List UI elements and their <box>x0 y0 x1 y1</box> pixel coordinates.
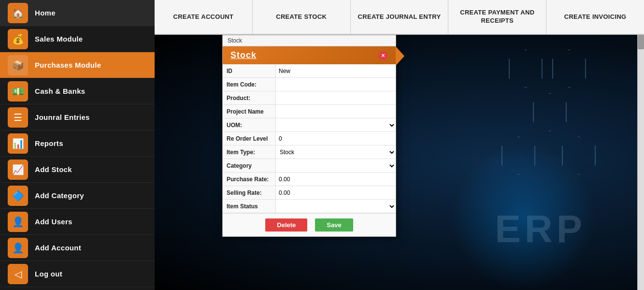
field-reorder-input[interactable] <box>276 134 396 144</box>
field-sellingrate-input[interactable] <box>276 188 396 198</box>
create-account-button[interactable]: CREATE ACCOUNT <box>155 0 253 34</box>
sidebar-label-purchases: Purchases Module <box>35 61 101 69</box>
sidebar: 🏠 Home 💰 Sales Module 📦 Purchases Module… <box>0 0 155 290</box>
field-category-select[interactable] <box>276 161 396 171</box>
sidebar-item-journal[interactable]: ☰ Jounral Entries <box>0 104 155 130</box>
sidebar-item-home[interactable]: 🏠 Home <box>0 0 155 26</box>
field-uom-row: UOM: <box>223 118 396 132</box>
field-category-row: Category <box>223 159 396 173</box>
logout-icon: ◁ <box>8 264 28 284</box>
content-area: ERP Stock Stock × ID Item Code: <box>155 35 644 290</box>
field-itemcode-label: Item Code: <box>223 78 276 91</box>
field-id-label: ID <box>223 64 276 77</box>
field-reorder-row: Re Order Level <box>223 132 396 145</box>
sidebar-label-logout: Log out <box>35 270 62 278</box>
create-stock-button[interactable]: CREATE STOCK <box>253 0 351 34</box>
field-purchaserate-input[interactable] <box>276 174 396 184</box>
field-category-label: Category <box>223 159 276 172</box>
field-uom-label: UOM: <box>223 118 276 131</box>
save-button[interactable]: Save <box>315 218 353 232</box>
scrollbar-thumb[interactable] <box>638 35 644 49</box>
popup-window-title: Stock <box>228 37 242 44</box>
sidebar-label-addstock: Add Stock <box>35 165 72 174</box>
home-icon: 🏠 <box>8 3 28 23</box>
cash-icon: 💵 <box>8 81 28 102</box>
field-itemcode-row: Item Code: <box>223 78 396 91</box>
popup-close-button[interactable]: × <box>378 51 388 60</box>
popup-footer: Delete Save <box>223 213 396 236</box>
field-itemstatus-row: Item Status <box>223 200 396 213</box>
reports-icon: 📊 <box>8 133 28 154</box>
field-itemcode-input[interactable] <box>276 80 396 89</box>
sidebar-label-cash: Cash & Banks <box>35 87 85 95</box>
sidebar-label-sales: Sales Module <box>35 35 83 43</box>
field-projectname-row: Project Name <box>223 105 396 118</box>
stock-popup: Stock Stock × ID Item Code: Product: <box>222 35 396 237</box>
field-product-row: Product: <box>223 91 396 105</box>
addcategory-icon: 🔷 <box>8 186 28 206</box>
sidebar-label-addcategory: Add Category <box>35 191 84 200</box>
field-projectname-input[interactable] <box>276 107 396 116</box>
delete-button[interactable]: Delete <box>265 218 307 232</box>
popup-header-title: Stock <box>230 50 257 60</box>
sidebar-label-journal: Jounral Entries <box>35 113 90 121</box>
addusers-icon: 👤 <box>8 212 28 232</box>
field-product-label: Product: <box>223 91 276 104</box>
hex-decorations <box>460 44 615 199</box>
create-journal-button[interactable]: CREATE JOURNAL ENTRY <box>351 0 449 34</box>
sidebar-label-addaccount: Add Account <box>35 244 81 252</box>
erp-background-text: ERP <box>495 207 587 251</box>
addaccount-icon: 👤 <box>8 238 28 258</box>
field-purchaserate-label: Purchase Rate: <box>223 173 276 186</box>
sidebar-item-cash[interactable]: 💵 Cash & Banks <box>0 78 155 104</box>
sidebar-item-purchases[interactable]: 📦 Purchases Module <box>0 52 155 78</box>
sidebar-item-addaccount[interactable]: 👤 Add Account <box>0 235 155 261</box>
field-product-input[interactable] <box>276 93 396 103</box>
field-id-row: ID <box>223 64 396 78</box>
field-id-input[interactable] <box>276 66 396 76</box>
field-uom-select[interactable] <box>276 120 396 130</box>
sidebar-item-addstock[interactable]: 📈 Add Stock <box>0 157 155 183</box>
sidebar-label-home: Home <box>35 9 56 17</box>
field-projectname-label: Project Name <box>223 105 276 118</box>
create-invoicing-button[interactable]: CREATE INVOICING <box>546 0 644 34</box>
field-purchaserate-row: Purchase Rate: <box>223 173 396 186</box>
field-itemstatus-label: Item Status <box>223 200 276 213</box>
field-sellingrate-label: Selling Rate: <box>223 186 276 199</box>
sidebar-item-addcategory[interactable]: 🔷 Add Category <box>0 183 155 209</box>
sidebar-item-sales[interactable]: 💰 Sales Module <box>0 26 155 52</box>
journal-icon: ☰ <box>8 107 28 128</box>
field-itemtype-label: Item Type: <box>223 145 276 159</box>
addstock-icon: 📈 <box>8 160 28 180</box>
sidebar-item-addusers[interactable]: 👤 Add Users <box>0 209 155 235</box>
popup-title-bar: Stock <box>223 35 396 46</box>
field-itemstatus-select[interactable] <box>276 202 396 211</box>
field-sellingrate-row: Selling Rate: <box>223 186 396 200</box>
sales-icon: 💰 <box>8 29 28 49</box>
field-reorder-label: Re Order Level <box>223 132 276 145</box>
field-itemtype-select[interactable]: Stock <box>276 147 396 157</box>
popup-form: ID Item Code: Product: Project Name UOM: <box>223 64 396 213</box>
popup-header: Stock × <box>223 46 396 64</box>
top-navigation: CREATE ACCOUNT CREATE STOCK CREATE JOURN… <box>155 0 644 35</box>
main-content: CREATE ACCOUNT CREATE STOCK CREATE JOURN… <box>155 0 644 290</box>
create-payment-button[interactable]: CREATE PAYMENT AND RECEIPTS <box>448 0 546 34</box>
scrollbar[interactable] <box>637 35 644 290</box>
sidebar-item-logout[interactable]: ◁ Log out <box>0 261 155 287</box>
sidebar-item-reports[interactable]: 📊 Reports <box>0 130 155 157</box>
field-itemtype-row: Item Type: Stock <box>223 145 396 159</box>
purchases-icon: 📦 <box>8 55 28 75</box>
sidebar-label-reports: Reports <box>35 139 63 147</box>
sidebar-label-addusers: Add Users <box>35 218 72 226</box>
